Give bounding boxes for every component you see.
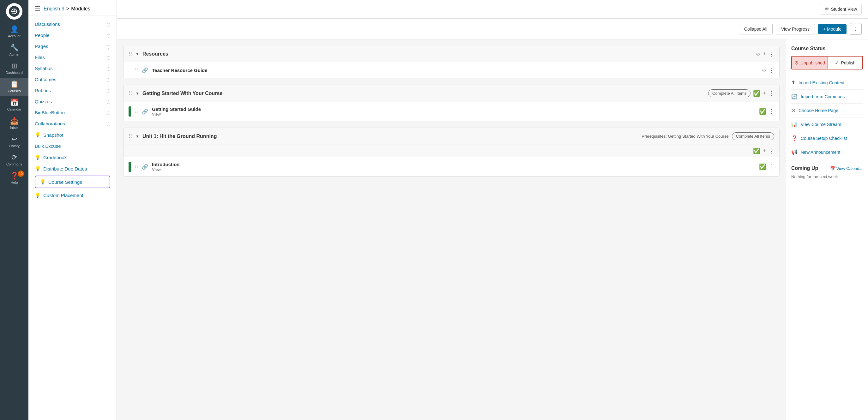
sidebar-item-distribute-due-dates[interactable]: 💡 Distribute Due Dates	[28, 163, 117, 174]
canvas-logo	[6, 3, 23, 20]
pages-visibility-icon[interactable]: ◌	[106, 44, 110, 49]
nav-admin[interactable]: 🔧 Admin	[0, 41, 28, 59]
discussions-label: Discussions	[35, 22, 60, 27]
intro-more-icon[interactable]: ⋮	[769, 163, 774, 170]
nav-courses[interactable]: 📋 Courses	[0, 78, 28, 96]
breadcrumb-current: Modules	[71, 6, 90, 12]
breadcrumb-separator: >	[66, 6, 69, 12]
guide-check-icon: ✅	[759, 108, 766, 115]
publish-button[interactable]: ✓ Publish	[828, 56, 863, 69]
unpublished-label: Unpublished	[800, 60, 825, 65]
nothing-text: Nothing for the next week	[791, 174, 863, 179]
gradebook-label: Gradebook	[43, 155, 67, 160]
collaborations-visibility-icon[interactable]: ◌	[106, 121, 110, 126]
collapse-all-button[interactable]: Collapse All	[739, 24, 773, 34]
sidebar-item-gradebook[interactable]: 💡 Gradebook	[28, 152, 117, 163]
unit1-add-icon[interactable]: +	[763, 148, 766, 154]
sidebar-item-people[interactable]: People ◌	[28, 30, 117, 41]
item-left-bar-green	[129, 106, 131, 117]
help-badge: 10	[18, 170, 24, 177]
hamburger-menu[interactable]: ☰	[35, 5, 40, 13]
action-new-announcement[interactable]: 📢 New Announcement	[791, 145, 863, 159]
people-visibility-icon[interactable]: ◌	[106, 33, 110, 38]
sidebar-item-rubrics[interactable]: Rubrics ◌	[28, 85, 117, 96]
nav-admin-label: Admin	[9, 53, 19, 56]
item-drag-handle[interactable]: ⠿	[135, 68, 138, 73]
guide-more-icon[interactable]: ⋮	[769, 108, 774, 115]
import-existing-icon: ⬆	[791, 79, 795, 86]
outcomes-visibility-icon[interactable]: ◌	[106, 77, 110, 82]
guide-drag-handle[interactable]: ⠿	[135, 109, 138, 114]
distribute-left: 💡 Distribute Due Dates	[35, 166, 87, 171]
sidebar-item-custom-placement[interactable]: 💡 Custom Placement	[28, 190, 117, 201]
syllabus-visibility-icon[interactable]: ◌	[106, 66, 110, 71]
sidebar-item-course-settings[interactable]: 💡 Course Settings	[35, 175, 110, 188]
discussions-visibility-icon[interactable]: ◌	[106, 22, 110, 27]
getting-started-drag-handle[interactable]: ⠿	[129, 90, 132, 96]
distribute-bulb-icon: 💡	[35, 166, 41, 171]
nav-commons[interactable]: ⟳ Commons	[0, 151, 28, 169]
unit1-chevron-icon[interactable]: ▼	[135, 134, 139, 139]
people-label: People	[35, 33, 50, 38]
add-module-button[interactable]: + Module	[818, 24, 846, 34]
unit1-action-row: ✅ + ⋮	[124, 145, 779, 157]
sidebar-item-bigbluebutton[interactable]: BigBlueButton ◌	[28, 107, 117, 118]
sidebar-item-collaborations[interactable]: Collaborations ◌	[28, 118, 117, 129]
nav-account[interactable]: 👤 Account	[0, 23, 28, 41]
publish-check-icon: ✓	[835, 60, 839, 66]
action-course-setup[interactable]: ❓ Course Setup Checklist	[791, 131, 863, 145]
getting-started-add-icon[interactable]: +	[763, 90, 766, 97]
files-label: Files	[35, 55, 45, 60]
bigbluebutton-visibility-icon[interactable]: ◌	[106, 110, 110, 115]
inbox-icon: 📥	[10, 118, 19, 124]
unit1-prerequisites: Prerequisites: Getting Started With Your…	[642, 134, 728, 139]
module-item-teacher-resource-guide: ⠿ 🔗 Teacher Resource Guide ⊘ ⋮	[124, 62, 779, 78]
course-settings-bulb-icon: 💡	[40, 179, 46, 185]
nav-history[interactable]: ↩ History	[0, 133, 28, 151]
sidebar-item-discussions[interactable]: Discussions ◌	[28, 19, 117, 30]
item-more-icon[interactable]: ⋮	[769, 67, 774, 73]
sidebar-item-bulk-excuse[interactable]: Bulk Excuse	[28, 140, 117, 152]
history-icon: ↩	[11, 136, 17, 143]
nav-dashboard[interactable]: ⊞ Dashboard	[0, 59, 28, 78]
unit1-more-icon[interactable]: ⋮	[769, 148, 774, 154]
action-import-commons[interactable]: 🔄 Import from Commons	[791, 90, 863, 104]
bigbluebutton-left: BigBlueButton	[35, 110, 65, 115]
resources-more-icon[interactable]: ⋮	[769, 51, 774, 58]
action-import-existing[interactable]: ⬆ Import Existing Content	[791, 76, 863, 90]
view-calendar-link[interactable]: 📅 View Calendar	[830, 166, 863, 171]
main-header: 👁 Student View	[117, 0, 868, 19]
nav-calendar[interactable]: 📅 Calendar	[0, 96, 28, 114]
item-content: Teacher Resource Guide	[152, 68, 758, 73]
sidebar-item-files[interactable]: Files ◌	[28, 52, 117, 63]
publish-label: Publish	[841, 60, 856, 65]
sidebar-item-pages[interactable]: Pages ◌	[28, 41, 117, 52]
unit1-actions: Complete All Items	[732, 132, 774, 140]
unit1-drag-handle[interactable]: ⠿	[129, 133, 132, 139]
breadcrumb-course[interactable]: English 9	[43, 6, 64, 12]
nav-inbox-label: Inbox	[10, 126, 19, 129]
sidebar-item-outcomes[interactable]: Outcomes ◌	[28, 74, 117, 85]
action-view-course-stream[interactable]: 📊 View Course Stream	[791, 118, 863, 131]
unpublished-button[interactable]: ⊗ Unpublished	[791, 56, 828, 69]
resources-add-icon[interactable]: +	[763, 51, 766, 58]
files-visibility-icon[interactable]: ◌	[106, 55, 110, 60]
modules-area: ⠿ ▼ Resources ⊘ + ⋮ ⠿ 🔗 Teacher Resource…	[117, 39, 868, 420]
intro-drag-handle[interactable]: ⠿	[135, 164, 138, 169]
choose-home-label: Choose Home Page	[799, 108, 838, 113]
quizzes-visibility-icon[interactable]: ◌	[106, 99, 110, 104]
sidebar-item-syllabus[interactable]: Syllabus ◌	[28, 63, 117, 74]
action-choose-home[interactable]: ⊙ Choose Home Page	[791, 104, 863, 118]
sidebar-item-quizzes[interactable]: Quizzes ◌	[28, 96, 117, 107]
toolbar-more-button[interactable]: ⋮	[850, 23, 862, 35]
getting-started-more-icon[interactable]: ⋮	[769, 90, 774, 97]
sidebar-item-snapshot[interactable]: 💡 Snapshot	[28, 129, 117, 140]
student-view-button[interactable]: 👁 Student View	[820, 4, 862, 14]
resources-drag-handle[interactable]: ⠿	[129, 51, 132, 57]
resources-chevron-icon[interactable]: ▼	[135, 52, 139, 56]
rubrics-visibility-icon[interactable]: ◌	[106, 88, 110, 93]
getting-started-chevron-icon[interactable]: ▼	[135, 91, 139, 96]
view-progress-button[interactable]: View Progress	[776, 24, 815, 34]
nav-help[interactable]: ❓ Help 10	[0, 169, 28, 188]
nav-inbox[interactable]: 📥 Inbox	[0, 114, 28, 133]
